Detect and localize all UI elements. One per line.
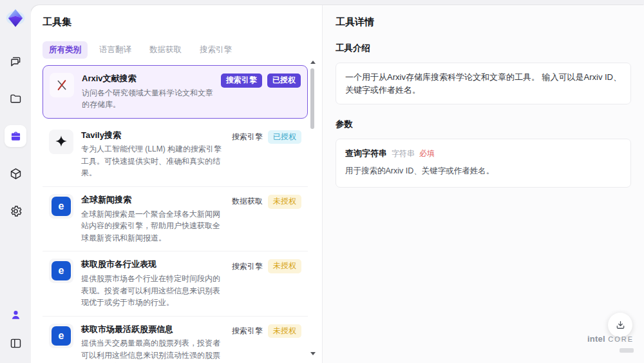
category-label: 搜索引擎	[232, 261, 263, 272]
param-head: 查询字符串 字符串 必填	[345, 148, 621, 159]
tool-body: Arxiv文献搜索 访问各个研究领域大量科学论文和文章的存储库。	[82, 73, 214, 111]
tool-body: 获取市场最活跃股票信息 提供当天交易量最高的股票列表，投资者可以利用这些信息来识…	[81, 324, 225, 363]
category-badge: 搜索引擎	[221, 74, 262, 88]
blue-news-logo-icon: e	[49, 324, 73, 348]
status-badge: 已授权	[268, 130, 301, 144]
main-card: 工具集 所有类别 语言翻译 数据获取 搜索引擎 Arxiv文献搜索 访问各个研究…	[31, 5, 644, 363]
param-name: 查询字符串	[345, 148, 387, 159]
status-badge: 已授权	[267, 74, 301, 88]
app-logo[interactable]	[5, 8, 26, 28]
tab-data-fetching[interactable]: 数据获取	[143, 41, 188, 59]
param-desc: 用于搜索的Arxiv ID、关键字或作者姓名。	[345, 165, 621, 177]
tool-badges: 搜索引擎 已授权	[221, 73, 301, 88]
status-badge: 未授权	[268, 195, 301, 209]
tool-details-panel: 工具详情 工具介绍 一个用于从Arxiv存储库搜索科学论文和文章的工具。 输入可…	[322, 5, 644, 363]
param-required-flag: 必填	[419, 148, 435, 159]
tool-item-arxiv[interactable]: Arxiv文献搜索 访问各个研究领域大量科学论文和文章的存储库。 搜索引擎 已授…	[43, 65, 308, 119]
tool-body: Tavily搜索 专为人工智能代理 (LLM) 构建的搜索引擎工具。可快速提供实…	[81, 130, 225, 179]
intro-heading: 工具介绍	[336, 43, 631, 54]
tool-badges: 数据获取 未授权	[232, 194, 301, 209]
scrollbar-thumb[interactable]	[310, 68, 314, 129]
tool-item-tavily[interactable]: Tavily搜索 专为人工智能代理 (LLM) 构建的搜索引擎工具。可快速提供实…	[43, 123, 308, 187]
sidebar-bottom	[5, 304, 26, 354]
tool-name: Tavily搜索	[81, 130, 225, 141]
tool-name: Arxiv文献搜索	[82, 73, 214, 84]
tool-name: 全球新闻搜索	[81, 194, 225, 206]
folder-icon[interactable]	[5, 88, 26, 110]
scroll-up-arrow-icon[interactable]	[310, 61, 316, 64]
tool-name: 获取市场最活跃股票信息	[81, 324, 225, 335]
settings-icon[interactable]	[5, 200, 26, 222]
tool-desc: 访问各个研究领域大量科学论文和文章的存储库。	[82, 87, 214, 111]
params-heading: 参数	[336, 119, 631, 130]
tool-desc: 专为人工智能代理 (LLM) 构建的搜索引擎工具。可快速提供实时、准确和真实的结…	[81, 143, 225, 179]
tool-desc: 提供当天交易量最高的股票列表，投资者可以利用这些信息来识别流动性强的股票和潜在的…	[81, 337, 225, 363]
sidebar-nav	[5, 50, 26, 222]
intel-wordmark: intel	[587, 334, 605, 344]
tool-item-sector-performance[interactable]: e 获取股市各行业表现 提供股票市场各个行业在特定时间段内的表现。投资者可以利用…	[43, 251, 308, 316]
details-title: 工具详情	[336, 16, 631, 28]
blue-news-logo-icon: e	[49, 194, 73, 219]
tab-all-categories[interactable]: 所有类别	[43, 41, 88, 59]
tool-list: Arxiv文献搜索 访问各个研究领域大量科学论文和文章的存储库。 搜索引擎 已授…	[43, 65, 308, 363]
tab-search-engine[interactable]: 搜索引擎	[193, 41, 238, 59]
tool-badges: 搜索引擎 未授权	[232, 259, 301, 273]
status-badge: 未授权	[268, 259, 301, 273]
tool-badges: 搜索引擎 未授权	[232, 324, 301, 338]
category-tabs: 所有类别 语言翻译 数据获取 搜索引擎	[43, 41, 322, 59]
tool-body: 获取股市各行业表现 提供股票市场各个行业在特定时间段内的表现。投资者可以利用这些…	[81, 259, 225, 308]
tool-desc: 全球新闻搜索是一个聚合全球各大新闻网站内容的搜索引擎，帮助用户快速获取全球最新资…	[81, 208, 225, 244]
param-card: 查询字符串 字符串 必填 用于搜索的Arxiv ID、关键字或作者姓名。	[336, 139, 631, 188]
user-icon[interactable]	[5, 304, 26, 326]
category-label: 搜索引擎	[232, 326, 263, 337]
intel-core-logo: intel CORE	[587, 333, 634, 355]
page-title: 工具集	[43, 16, 322, 28]
param-type: 字符串	[392, 148, 415, 159]
tool-name: 获取股市各行业表现	[81, 259, 225, 270]
chat-icon[interactable]	[5, 50, 26, 72]
intro-text: 一个用于从Arxiv存储库搜索科学论文和文章的工具。 输入可以是Arxiv ID…	[336, 63, 631, 104]
arxiv-logo-icon	[50, 73, 74, 97]
tab-language-translation[interactable]: 语言翻译	[93, 41, 138, 59]
tool-item-active-stocks[interactable]: e 获取市场最活跃股票信息 提供当天交易量最高的股票列表，投资者可以利用这些信息…	[43, 317, 308, 363]
toolbox-icon[interactable]	[5, 125, 26, 147]
status-badge: 未授权	[268, 324, 301, 338]
scroll-down-arrow-icon[interactable]	[310, 352, 316, 355]
category-label: 数据获取	[232, 196, 263, 207]
core-wordmark: CORE	[608, 335, 634, 343]
cube-icon[interactable]	[5, 162, 26, 184]
toolset-panel: 工具集 所有类别 语言翻译 数据获取 搜索引擎 Arxiv文献搜索 访问各个研究…	[31, 5, 322, 363]
tool-body: 全球新闻搜索 全球新闻搜索是一个聚合全球各大新闻网站内容的搜索引擎，帮助用户快速…	[81, 194, 225, 244]
intel-ultra-tag	[620, 348, 634, 353]
blue-news-logo-icon: e	[49, 259, 73, 283]
tavily-sparkle-icon	[49, 130, 73, 154]
tool-item-global-news[interactable]: e 全球新闻搜索 全球新闻搜索是一个聚合全球各大新闻网站内容的搜索引擎，帮助用户…	[43, 187, 308, 251]
tool-desc: 提供股票市场各个行业在特定时间段内的表现。投资者可以利用这些信息来识别表现优于或…	[81, 273, 225, 309]
tool-badges: 搜索引擎 已授权	[232, 130, 301, 144]
sidebar	[0, 0, 31, 363]
category-label: 搜索引擎	[232, 132, 263, 142]
panel-toggle-icon[interactable]	[5, 332, 26, 354]
list-scrollbar[interactable]	[310, 61, 315, 355]
